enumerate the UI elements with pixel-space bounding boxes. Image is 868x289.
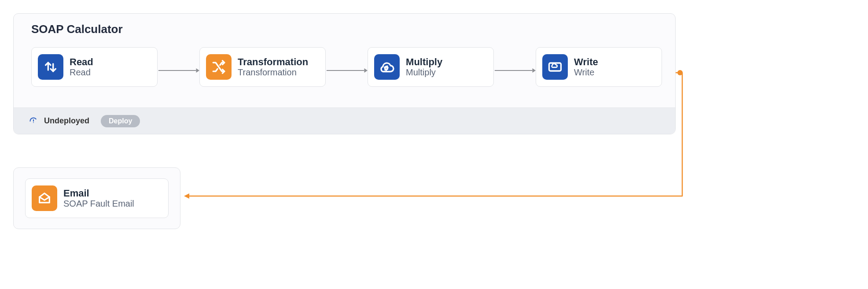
cloud-box-icon — [542, 54, 568, 80]
node-read[interactable]: Read Read — [31, 47, 158, 87]
workflow-card[interactable]: SOAP Calculator Read Read — [13, 13, 676, 134]
node-subtitle: SOAP Fault Email — [63, 199, 134, 209]
node-multiply[interactable]: Multiply Multiply — [368, 47, 494, 87]
node-subtitle: Multiply — [406, 67, 442, 78]
node-subtitle: Write — [574, 67, 598, 78]
flow-arrow — [326, 67, 368, 67]
svg-point-5 — [33, 122, 34, 123]
shuffle-icon — [206, 54, 232, 80]
arrows-up-down-icon — [38, 54, 63, 80]
node-title: Email — [63, 188, 134, 199]
workflow-title: SOAP Calculator — [14, 14, 675, 41]
node-transformation[interactable]: Transformation Transformation — [199, 47, 326, 87]
node-subtitle: Read — [70, 67, 93, 78]
undeployed-icon — [29, 117, 38, 126]
node-subtitle: Transformation — [238, 67, 308, 78]
status-bar: Undeployed Deploy — [14, 107, 675, 134]
cloud-gear-icon — [374, 54, 400, 80]
fault-handler-card[interactable]: Email SOAP Fault Email — [13, 167, 180, 229]
flow-arrow — [494, 67, 536, 67]
status-label: Undeployed — [44, 116, 89, 126]
svg-point-6 — [677, 70, 683, 75]
diagram-canvas: SOAP Calculator Read Read — [9, 9, 687, 238]
deploy-button[interactable]: Deploy — [101, 115, 140, 127]
node-title: Write — [574, 56, 598, 67]
node-title: Transformation — [238, 56, 308, 67]
node-email[interactable]: Email SOAP Fault Email — [25, 178, 169, 218]
workflow-nodes-row: Read Read Transformation Transformation — [14, 41, 675, 93]
node-write[interactable]: Write Write — [536, 47, 662, 87]
flow-arrow — [158, 67, 199, 67]
node-title: Multiply — [406, 56, 442, 67]
mail-icon — [32, 185, 57, 211]
node-title: Read — [70, 56, 93, 67]
